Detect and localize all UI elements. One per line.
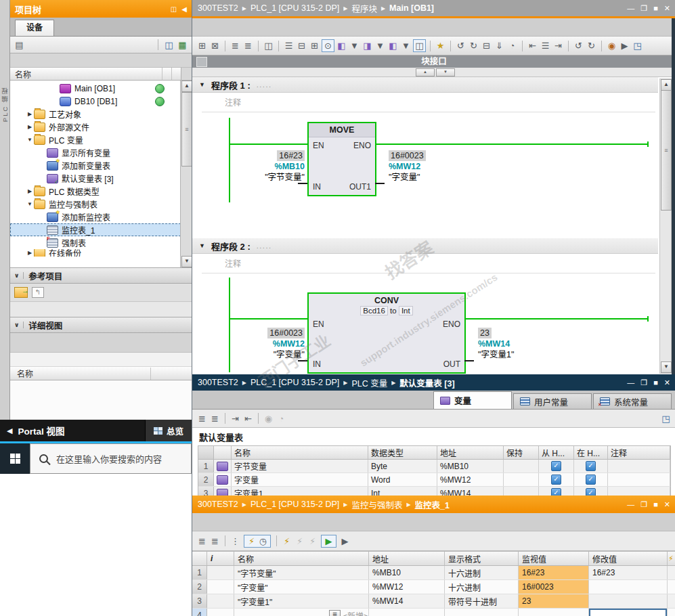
import-icon[interactable]: ⇤ — [242, 413, 254, 424]
display-format[interactable]: 带符号十进制 — [445, 594, 519, 608]
modify-now-icon[interactable]: ⚡ — [294, 535, 305, 547]
watch-name-new[interactable]: ≣<新增> — [234, 609, 369, 616]
conv-block[interactable]: CONV Bcd16 to Int EN ENO IN OUT — [307, 292, 466, 374]
breadcrumb-segment[interactable]: Main [OB1] — [389, 3, 434, 13]
expand-icon[interactable]: ▶ — [26, 124, 34, 130]
export-icon[interactable]: ⇥ — [230, 413, 241, 424]
tag-comment[interactable] — [608, 473, 670, 486]
col-address[interactable]: 地址 — [369, 552, 445, 565]
watch-row-new[interactable]: 4≣<新增> — [192, 609, 675, 616]
display-format[interactable] — [445, 609, 519, 616]
watch-address[interactable]: %MW14 — [369, 594, 445, 608]
add-row-icon[interactable]: ≣ — [196, 413, 208, 424]
maximize-icon[interactable]: ■ — [653, 500, 658, 508]
monitoring-on-off-icon[interactable]: ◉ — [606, 40, 617, 51]
monitor-all-icon[interactable]: ⚡ — [246, 535, 257, 547]
collapse-section-icon[interactable]: ∨ — [14, 322, 24, 328]
tree-item-plc-tags[interactable]: ▼PLC 变量 — [10, 133, 181, 146]
minimize-icon[interactable]: — — [627, 4, 634, 12]
insert-coil-icon[interactable]: ◨ — [362, 40, 373, 51]
splitter-down-icon[interactable]: ▼ — [436, 68, 455, 76]
col-datatype[interactable]: 数据类型 — [368, 446, 437, 459]
col-i[interactable]: i — [207, 552, 234, 565]
col-from-hmi[interactable]: 从 H... — [539, 446, 574, 459]
network-comments-toggle-icon[interactable]: ⊙ — [322, 39, 334, 52]
tag-row-2[interactable]: 2字变量Word%MW12✓✓ — [198, 473, 670, 487]
breadcrumb-segment[interactable]: 程序块 — [351, 2, 377, 15]
tag-datatype[interactable]: Word — [368, 473, 437, 486]
tree-item-watch-table-1[interactable]: 监控表_1 — [10, 223, 181, 236]
pin-panel-icon[interactable]: ◫ — [171, 5, 177, 13]
watch-address[interactable]: %MB10 — [369, 566, 445, 579]
tag-row-1[interactable]: 1字节变量Byte%MB10✓✓ — [198, 460, 670, 473]
split-editor-space-icon[interactable]: ◳ — [632, 40, 643, 51]
close-icon[interactable]: ✕ — [664, 378, 670, 387]
watch-table-titlebar[interactable]: 300TEST2▶PLC_1 [CPU 315-2 DP]▶监控与强制表▶监控表… — [192, 496, 675, 513]
editor-scrollbar[interactable]: ▲ ≡ ▼ — [659, 79, 672, 374]
block-interface-bar[interactable]: 块接口 — [192, 56, 675, 68]
tree-item-default-tag-table[interactable]: 默认变量表 [3] — [10, 172, 181, 185]
tree-item-force-table[interactable]: 强制表 — [10, 236, 181, 249]
breadcrumb-segment[interactable]: 监控表_1 — [415, 498, 450, 511]
pin-eno[interactable]: ENO — [443, 320, 460, 329]
insert-box-arrow-icon[interactable]: ▼ — [349, 40, 360, 51]
pin-en[interactable]: EN — [313, 141, 324, 150]
close-reference-project-icon[interactable]: ↰ — [32, 287, 44, 298]
collapse-section-icon[interactable]: ∨ — [14, 272, 24, 279]
tree-item-add-watch-table[interactable]: 添加新监控表 — [10, 211, 181, 223]
conversion-from-type[interactable]: Bcd16 — [360, 306, 388, 315]
reset-start-values-icon[interactable]: ◫ — [263, 40, 274, 51]
minimize-icon[interactable]: — — [627, 378, 634, 387]
watch-row-3[interactable]: 3"字变量1"%MW14带符号十进制23 — [192, 594, 675, 609]
network-comment[interactable]: 注释 — [202, 93, 655, 112]
name-column-header[interactable]: 名称 — [10, 68, 162, 80]
input-operand[interactable]: 16#0023 %MW12 "字变量" — [202, 328, 305, 360]
scroll-up-icon[interactable]: ▲ — [181, 81, 192, 92]
monitor-all-icon[interactable]: ◉ — [263, 413, 274, 424]
portal-view-button[interactable]: Portal 视图 — [18, 424, 64, 437]
watch-row-2[interactable]: 2"字变量"%MW12十六进制16#0023 — [192, 580, 675, 594]
monitoring-menu-icon[interactable]: ▶ — [619, 40, 630, 51]
watch-name[interactable]: "字变量1" — [234, 594, 369, 608]
breadcrumb-segment[interactable]: PLC 变量 — [351, 376, 387, 389]
network-comment[interactable]: 注释 — [202, 254, 655, 273]
scroll-down-icon[interactable]: ▼ — [661, 361, 672, 373]
compile-icon[interactable]: ⊟ — [481, 40, 492, 51]
operand-list-icon[interactable]: ≣ — [329, 610, 341, 616]
splitter-up-icon[interactable]: ▲ — [416, 68, 435, 76]
in-hmi-checkbox[interactable]: ✓ — [586, 461, 596, 471]
expand-icon[interactable]: ▶ — [26, 111, 34, 117]
from-hmi-checkbox[interactable]: ✓ — [551, 475, 561, 485]
breadcrumb-segment[interactable]: PLC_1 [CPU 315-2 DP] — [251, 3, 339, 13]
modify-all-icon[interactable]: ⚡ — [307, 535, 318, 547]
conversion-to-type[interactable]: Int — [399, 306, 413, 315]
collapse-network-icon[interactable]: ▼ — [199, 81, 205, 88]
breadcrumb-segment[interactable]: 300TEST2 — [198, 500, 238, 509]
overview-button[interactable]: 总览 — [145, 420, 192, 441]
download-icon[interactable]: ⇓ — [494, 40, 505, 51]
jump-list-icon[interactable]: ☰ — [540, 40, 551, 51]
add-row-below-icon[interactable]: ≣ — [209, 535, 221, 547]
breadcrumb-segment[interactable]: PLC_1 [CPU 315-2 DP] — [251, 500, 339, 509]
insert-box-icon[interactable]: ◧ — [336, 40, 347, 51]
scroll-down-icon[interactable]: ▼ — [181, 256, 192, 267]
snapshot-icon[interactable]: ◔ — [276, 413, 287, 424]
breadcrumb-segment[interactable]: 默认变量表 [3] — [399, 376, 454, 389]
col-address[interactable]: 地址 — [437, 446, 504, 459]
watch-row-1[interactable]: 1"字节变量"%MB10十六进制16#2316#23 — [192, 566, 675, 580]
output-operand[interactable]: 23 %MW14 "字变量1" — [478, 328, 514, 360]
insert-coil-arrow-icon[interactable]: ▼ — [374, 40, 386, 51]
modify-value-selected[interactable] — [589, 609, 668, 616]
tag-datatype[interactable]: Byte — [368, 460, 437, 472]
col-in-hmi[interactable]: 在 H... — [574, 446, 608, 459]
in-hmi-checkbox[interactable]: ✓ — [586, 475, 596, 485]
add-favorite-icon[interactable]: ★ — [435, 40, 446, 51]
monitor-once-icon[interactable]: ◷ — [257, 535, 269, 547]
modify-value[interactable] — [589, 594, 668, 608]
tree-item-plc-data-types[interactable]: ▶PLC 数据类型 — [10, 185, 181, 198]
network-title-placeholder[interactable]: ..... — [257, 242, 272, 250]
collapse-networks-icon[interactable]: ⊟ — [296, 40, 307, 51]
table-view-icon[interactable]: ◫ — [163, 39, 175, 51]
tag-table-titlebar[interactable]: 300TEST2▶PLC_1 [CPU 315-2 DP]▶PLC 变量▶默认变… — [192, 374, 675, 391]
collapse-network-icon[interactable]: ▼ — [199, 242, 205, 249]
